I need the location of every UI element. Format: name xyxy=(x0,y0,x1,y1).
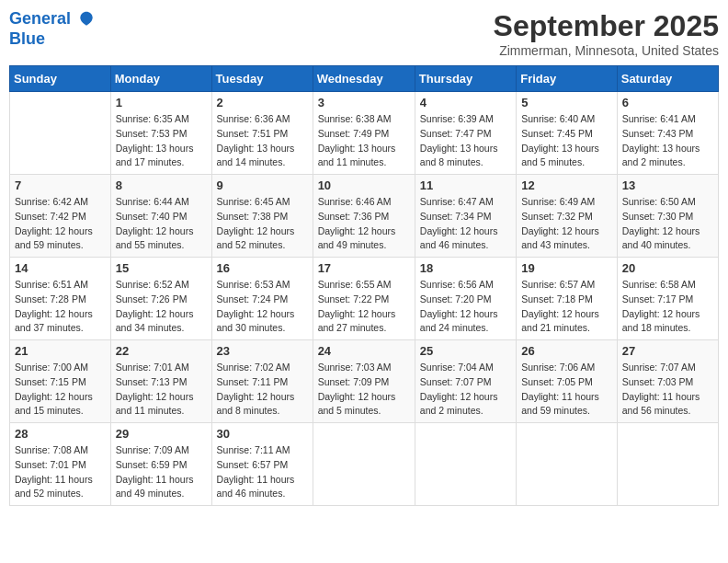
info-line: Sunset: 7:34 PM xyxy=(420,210,511,224)
day-number: 6 xyxy=(622,96,713,109)
info-line: Sunset: 7:03 PM xyxy=(622,375,713,390)
calendar-cell: 10Sunrise: 6:46 AMSunset: 7:36 PMDayligh… xyxy=(313,175,415,258)
day-info: Sunrise: 6:55 AMSunset: 7:22 PMDaylight:… xyxy=(318,278,410,336)
info-line: and 46 minutes. xyxy=(217,487,308,501)
info-line: and 52 minutes. xyxy=(15,487,106,501)
info-line: Sunset: 7:28 PM xyxy=(15,293,106,307)
info-line: Daylight: 12 hours xyxy=(420,224,511,239)
info-line: and 40 minutes. xyxy=(622,238,713,253)
calendar-cell: 8Sunrise: 6:44 AMSunset: 7:40 PMDaylight… xyxy=(110,175,211,258)
day-info: Sunrise: 6:38 AMSunset: 7:49 PMDaylight:… xyxy=(318,112,410,170)
info-line: Sunset: 7:53 PM xyxy=(116,127,207,142)
info-line: and 17 minutes. xyxy=(116,155,207,170)
info-line: and 59 minutes. xyxy=(521,404,612,419)
info-line: Sunset: 7:05 PM xyxy=(521,375,612,390)
info-line: Daylight: 12 hours xyxy=(116,390,207,405)
weekday-header-monday: Monday xyxy=(110,66,211,92)
calendar-cell: 2Sunrise: 6:36 AMSunset: 7:51 PMDaylight… xyxy=(211,92,313,175)
weekday-header-sunday: Sunday xyxy=(10,66,111,92)
info-line: Sunrise: 7:08 AM xyxy=(15,443,106,458)
info-line: and 43 minutes. xyxy=(521,238,612,253)
info-line: Sunrise: 6:38 AM xyxy=(318,112,410,127)
info-line: Daylight: 11 hours xyxy=(217,473,308,488)
info-line: Sunrise: 6:52 AM xyxy=(116,278,207,293)
day-number: 12 xyxy=(521,178,612,192)
day-number: 9 xyxy=(217,178,308,192)
info-line: Sunrise: 6:53 AM xyxy=(217,278,308,293)
info-line: Sunset: 7:15 PM xyxy=(15,375,106,390)
day-info: Sunrise: 6:47 AMSunset: 7:34 PMDaylight:… xyxy=(420,195,511,253)
info-line: Daylight: 12 hours xyxy=(521,307,612,322)
day-number: 2 xyxy=(217,96,308,109)
calendar-cell: 4Sunrise: 6:39 AMSunset: 7:47 PMDaylight… xyxy=(415,92,516,175)
day-number: 27 xyxy=(622,344,713,358)
info-line: and 14 minutes. xyxy=(217,155,308,170)
info-line: Daylight: 11 hours xyxy=(15,473,106,488)
info-line: Sunrise: 6:51 AM xyxy=(15,278,106,293)
calendar-cell: 25Sunrise: 7:04 AMSunset: 7:07 PMDayligh… xyxy=(415,340,516,423)
info-line: Sunset: 7:07 PM xyxy=(420,375,511,390)
day-info: Sunrise: 7:08 AMSunset: 7:01 PMDaylight:… xyxy=(15,443,106,501)
info-line: Daylight: 12 hours xyxy=(15,224,106,239)
info-line: and 24 minutes. xyxy=(420,321,511,336)
info-line: Sunset: 6:57 PM xyxy=(217,458,308,473)
day-number: 19 xyxy=(521,261,612,275)
weekday-header-wednesday: Wednesday xyxy=(313,66,415,92)
calendar-cell: 15Sunrise: 6:52 AMSunset: 7:26 PMDayligh… xyxy=(110,258,211,340)
calendar-cell: 11Sunrise: 6:47 AMSunset: 7:34 PMDayligh… xyxy=(415,175,516,258)
info-line: Sunrise: 6:57 AM xyxy=(521,278,612,293)
info-line: Daylight: 12 hours xyxy=(318,390,410,405)
info-line: Sunrise: 7:04 AM xyxy=(420,361,511,375)
day-number: 29 xyxy=(116,427,207,441)
info-line: Daylight: 13 hours xyxy=(318,142,410,156)
day-info: Sunrise: 6:39 AMSunset: 7:47 PMDaylight:… xyxy=(420,112,511,170)
info-line: Sunset: 7:01 PM xyxy=(15,458,106,473)
info-line: Sunset: 7:49 PM xyxy=(318,127,410,142)
day-number: 30 xyxy=(217,427,308,441)
day-info: Sunrise: 7:11 AMSunset: 6:57 PMDaylight:… xyxy=(217,443,308,501)
info-line: Daylight: 12 hours xyxy=(420,390,511,405)
info-line: and 8 minutes. xyxy=(420,155,511,170)
info-line: and 2 minutes. xyxy=(420,404,511,419)
day-number: 11 xyxy=(420,178,511,192)
day-info: Sunrise: 6:42 AMSunset: 7:42 PMDaylight:… xyxy=(15,195,106,253)
info-line: and 18 minutes. xyxy=(622,321,713,336)
week-row-5: 28Sunrise: 7:08 AMSunset: 7:01 PMDayligh… xyxy=(10,423,719,506)
info-line: Daylight: 12 hours xyxy=(318,307,410,322)
info-line: Sunrise: 6:45 AM xyxy=(217,195,308,210)
location: Zimmerman, Minnesota, United States xyxy=(494,43,719,58)
info-line: and 49 minutes. xyxy=(318,238,410,253)
calendar-cell xyxy=(617,423,718,506)
info-line: Daylight: 12 hours xyxy=(521,224,612,239)
day-number: 22 xyxy=(116,344,207,358)
info-line: Sunset: 7:47 PM xyxy=(420,127,511,142)
info-line: Sunrise: 7:11 AM xyxy=(217,443,308,458)
calendar-cell: 9Sunrise: 6:45 AMSunset: 7:38 PMDaylight… xyxy=(211,175,313,258)
info-line: and 52 minutes. xyxy=(217,238,308,253)
calendar-cell: 5Sunrise: 6:40 AMSunset: 7:45 PMDaylight… xyxy=(517,92,618,175)
weekday-header-thursday: Thursday xyxy=(415,66,516,92)
calendar-cell: 20Sunrise: 6:58 AMSunset: 7:17 PMDayligh… xyxy=(617,258,718,340)
weekday-header-tuesday: Tuesday xyxy=(211,66,313,92)
info-line: Sunrise: 6:56 AM xyxy=(420,278,511,293)
info-line: Daylight: 11 hours xyxy=(622,390,713,405)
info-line: and 59 minutes. xyxy=(15,238,106,253)
week-row-2: 7Sunrise: 6:42 AMSunset: 7:42 PMDaylight… xyxy=(10,175,719,258)
day-number: 17 xyxy=(318,261,410,275)
day-number: 3 xyxy=(318,96,410,109)
info-line: and 55 minutes. xyxy=(116,238,207,253)
info-line: Sunrise: 6:58 AM xyxy=(622,278,713,293)
info-line: Sunrise: 7:07 AM xyxy=(622,361,713,375)
day-number: 14 xyxy=(15,261,106,275)
info-line: Sunset: 7:38 PM xyxy=(217,210,308,224)
info-line: Sunset: 7:17 PM xyxy=(622,293,713,307)
day-number: 25 xyxy=(420,344,511,358)
calendar-cell: 12Sunrise: 6:49 AMSunset: 7:32 PMDayligh… xyxy=(517,175,618,258)
info-line: Sunrise: 7:06 AM xyxy=(521,361,612,375)
day-number: 26 xyxy=(521,344,612,358)
info-line: Daylight: 12 hours xyxy=(420,307,511,322)
calendar-cell: 24Sunrise: 7:03 AMSunset: 7:09 PMDayligh… xyxy=(313,340,415,423)
month-title: September 2025 xyxy=(494,9,719,43)
calendar-cell: 21Sunrise: 7:00 AMSunset: 7:15 PMDayligh… xyxy=(10,340,111,423)
info-line: Daylight: 12 hours xyxy=(318,224,410,239)
